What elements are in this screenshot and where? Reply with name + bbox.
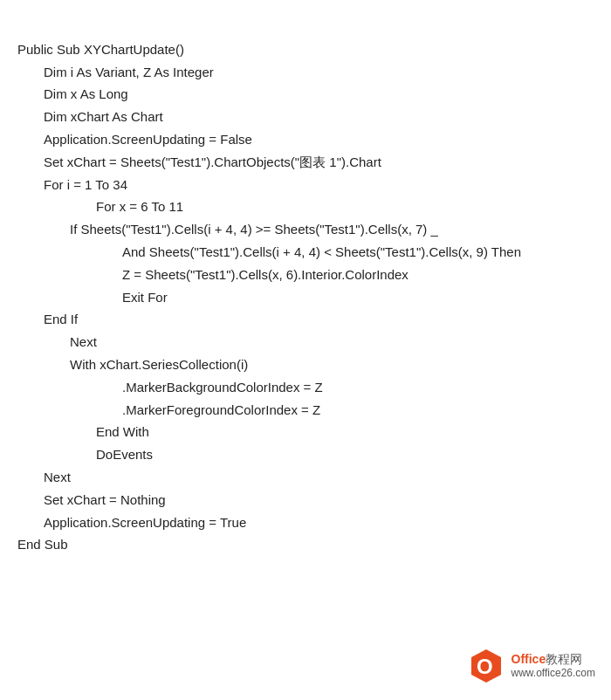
watermark-text: Office教程网 www.office26.com [511, 651, 596, 681]
code-line: Next [17, 466, 594, 489]
watermark: O Office教程网 www.office26.com [468, 648, 596, 684]
code-line: Set xChart = Sheets("Test1").ChartObject… [17, 151, 594, 174]
code-line: If Sheets("Test1").Cells(i + 4, 4) >= Sh… [17, 218, 594, 241]
code-block: Public Sub XYChartUpdate()Dim i As Varia… [17, 16, 594, 556]
code-line: Set xChart = Nothing [17, 489, 594, 511]
code-line: For i = 1 To 34 [17, 174, 594, 196]
code-line: DoEvents [17, 443, 594, 466]
code-line: Dim i As Variant, Z As Integer [17, 61, 594, 84]
code-line: With xChart.SeriesCollection(i) [17, 353, 594, 376]
code-line: And Sheets("Test1").Cells(i + 4, 4) < Sh… [17, 241, 594, 264]
code-line: .MarkerForegroundColorIndex = Z [17, 399, 594, 422]
code-line: Public Sub XYChartUpdate() [17, 38, 594, 61]
code-line: Exit For [17, 286, 594, 309]
brand-url: www.office26.com [511, 667, 596, 681]
svg-text:O: O [477, 655, 493, 678]
code-line: Dim x As Long [17, 83, 594, 106]
code-line: End Sub [17, 533, 594, 556]
brand-name: Office教程网 [511, 651, 596, 667]
code-line: Z = Sheets("Test1").Cells(x, 6).Interior… [17, 264, 594, 286]
code-line: End If [17, 308, 594, 331]
office-logo: O [468, 648, 505, 684]
code-line: Next [17, 331, 594, 353]
code-line: .MarkerBackgroundColorIndex = Z [17, 376, 594, 399]
code-line: For x = 6 To 11 [17, 196, 594, 218]
code-line: End With [17, 421, 594, 443]
code-line: Application.ScreenUpdating = True [17, 511, 594, 534]
code-line: Dim xChart As Chart [17, 106, 594, 128]
code-line: Application.ScreenUpdating = False [17, 128, 594, 151]
